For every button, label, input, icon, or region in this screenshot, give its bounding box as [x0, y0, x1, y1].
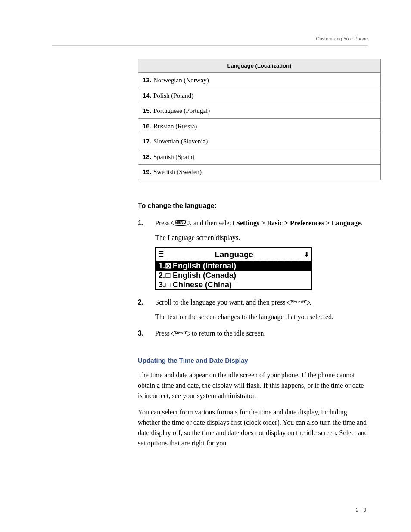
table-row-text: Swedish (Sweden) — [153, 168, 202, 175]
lcd-item: 3 □ Chinese (China) — [156, 280, 311, 289]
body-paragraphs: The time and date appear on the idle scr… — [138, 370, 368, 448]
table-row-text: Russian (Russia) — [153, 123, 197, 130]
arrow-down-icon: ⬇ — [304, 251, 309, 258]
lcd-item-label: English (Internal) — [173, 261, 236, 271]
lcd-item-index: 1 — [159, 261, 165, 271]
table-row: 18. Spanish (Spain) — [138, 149, 381, 165]
lcd-item-label: English (Canada) — [173, 271, 236, 280]
steps-list: 1. Press MENU, and then select Settings … — [138, 218, 368, 339]
nav-path-part: Language — [331, 219, 361, 227]
paragraph: The time and date appear on the idle scr… — [138, 370, 368, 401]
section-heading-change-language: To change the language: — [138, 201, 368, 211]
language-table-header: Language (Localization) — [138, 59, 381, 73]
checkbox-empty-icon: □ — [165, 280, 171, 289]
step-number: 3. — [138, 328, 143, 339]
table-row-num: 19. — [143, 168, 152, 175]
nav-path-sep: > — [283, 219, 290, 227]
lcd-title-text: Language — [167, 249, 301, 261]
lcd-item-label: Chinese (China) — [173, 280, 232, 289]
nav-path-sep: > — [324, 219, 331, 227]
table-row-num: 14. — [143, 92, 152, 99]
step-3: 3. Press MENU to return to the idle scre… — [138, 328, 368, 339]
text: , and then select — [190, 219, 236, 227]
lcd-screenshot: ≣ Language ⬇ 1 ⊠ English (Internal) 2 □ … — [155, 247, 312, 291]
table-row: 17. Slovenian (Slovenia) — [138, 134, 381, 149]
table-row-text: Portuguese (Portugal) — [153, 107, 210, 114]
page-number: 2 - 3 — [356, 506, 366, 514]
text: Press — [155, 219, 171, 227]
text: . — [310, 299, 311, 306]
step-body: Press MENU, and then select Settings > B… — [155, 218, 368, 291]
table-row-num: 15. — [143, 107, 152, 114]
table-row-num: 18. — [143, 153, 152, 160]
lcd-title-bar: ≣ Language ⬇ — [156, 248, 311, 261]
step-number: 1. — [138, 218, 143, 228]
step-body: Press MENU to return to the idle screen. — [155, 328, 368, 339]
table-row-text: Slovenian (Slovenia) — [153, 138, 208, 145]
menu-key-icon: MENU — [171, 331, 190, 336]
step-1: 1. Press MENU, and then select Settings … — [138, 218, 368, 291]
paragraph: You can select from various formats for … — [138, 407, 368, 448]
text: to return to the idle screen. — [190, 330, 266, 337]
table-row-num: 16. — [143, 122, 152, 130]
table-row-text: Norwegian (Norway) — [153, 77, 209, 84]
list-icon: ≣ — [158, 251, 164, 258]
step-result: The Language screen displays. — [155, 233, 368, 243]
nav-path-part: Settings — [236, 219, 259, 227]
select-key-icon: SELECT — [287, 300, 310, 305]
nav-path-part: Preferences — [290, 219, 324, 227]
table-row-num: 17. — [143, 137, 152, 145]
table-row-text: Polish (Poland) — [153, 92, 193, 99]
step-2: 2. Scroll to the language you want, and … — [138, 297, 368, 322]
lcd-item: 2 □ English (Canada) — [156, 271, 311, 280]
text: . — [361, 219, 362, 227]
lcd-item-index: 3 — [159, 280, 165, 289]
nav-path-sep: > — [259, 219, 267, 227]
step-result: The text on the screen changes to the la… — [155, 312, 368, 322]
sub-heading-time-date: Updating the Time and Date Display — [138, 356, 368, 366]
table-row: 16. Russian (Russia) — [138, 118, 381, 134]
text: Press — [155, 330, 171, 337]
step-instruction: Press MENU, and then select Settings > B… — [155, 218, 368, 228]
checkbox-checked-icon: ⊠ — [165, 261, 171, 271]
lcd-item-index: 2 — [159, 271, 165, 280]
text: Scroll to the language you want, and the… — [155, 299, 287, 306]
step-instruction: Scroll to the language you want, and the… — [155, 297, 368, 308]
language-table: Language (Localization) 13. Norwegian (N… — [138, 59, 381, 180]
top-rule — [52, 45, 368, 46]
table-row: 14. Polish (Poland) — [138, 88, 381, 103]
nav-path-part: Basic — [267, 219, 282, 227]
step-number: 2. — [138, 297, 143, 308]
table-row: 15. Portuguese (Portugal) — [138, 103, 381, 119]
table-row-num: 13. — [143, 76, 152, 84]
table-row: 19. Swedish (Sweden) — [138, 165, 381, 180]
running-head: Customizing Your Phone — [52, 35, 368, 43]
checkbox-empty-icon: □ — [165, 271, 171, 280]
table-row: 13. Norwegian (Norway) — [138, 73, 381, 88]
step-instruction: Press MENU to return to the idle screen. — [155, 328, 368, 339]
page: Customizing Your Phone Language (Localiz… — [0, 0, 411, 532]
table-row-text: Spanish (Spain) — [153, 153, 194, 160]
step-body: Scroll to the language you want, and the… — [155, 297, 368, 322]
menu-key-icon: MENU — [171, 220, 190, 226]
lcd-item-selected: 1 ⊠ English (Internal) — [156, 261, 311, 271]
